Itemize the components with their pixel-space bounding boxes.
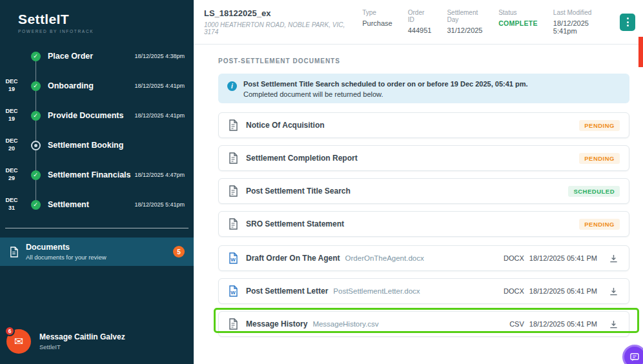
documents-count-badge: 5 [173,246,185,258]
file-modified: 18/12/2025 05:41 PM [529,287,597,295]
timeline-step-label: Settlement Booking [48,141,185,150]
download-button[interactable] [607,285,620,298]
documents-panel-title: Documents [26,243,107,252]
matter-id: LS_18122025_ex [204,8,345,18]
scrollbar-thumb[interactable] [638,37,643,67]
document-row-sro-settlement-statement: SRO Settlement Statement PENDING [218,211,629,237]
download-button[interactable] [607,318,620,330]
timeline-step-label: Settlement [48,200,134,209]
document-name: Post Settlement Title Search [246,187,351,196]
message-user-label: Message Caitlin Galvez [39,332,125,341]
meta-value-order-id: 444951 [408,26,432,34]
meta-label-order-id: Order ID [408,9,432,23]
document-name: Settlement Completion Report [246,154,358,163]
sidebar: SettleIT POWERED BY INFOTRACK Place Orde… [0,0,194,364]
check-circle-icon [31,111,41,121]
timeline-step-time: 18/12/2025 4:41pm [134,112,194,119]
timeline-step-time: 18/12/2025 4:38pm [134,53,194,59]
timeline-step-settlement-financials[interactable]: DEC 29 Settlement Financials 18/12/2025 … [0,160,194,190]
envelope-avatar-icon: 6 [6,329,31,354]
highlighted-row-wrapper: Message History MessageHistory.csv CSV 1… [218,311,629,337]
generic-doc-icon [228,152,238,164]
document-row-notice-of-acquisition: Notice Of Acquisition PENDING [218,112,629,138]
meta-value-last-modified: 18/12/2025 5:41pm [553,19,603,35]
file-link[interactable]: MessageHistory.csv [312,320,378,328]
info-icon [227,81,237,91]
svg-text:W: W [230,290,236,296]
status-badge: COMPLETE [498,19,538,27]
chat-widget-button[interactable] [622,345,643,364]
document-name: SRO Settlement Statement [246,219,344,228]
main-panel: LS_18122025_ex 1000 HEATHERTON ROAD, NOB… [194,0,643,364]
brand-name: SettleIT [18,12,194,27]
file-type: DOCX [504,287,524,295]
matter-address: 1000 HEATHERTON ROAD, NOBLE PARK, VIC, 3… [204,21,345,35]
timeline-step-label: Place Order [48,52,134,61]
unread-messages-badge: 6 [5,326,15,336]
word-doc-icon: W [228,285,238,297]
timeline-step-time: 18/12/2025 5:41pm [134,201,194,208]
timeline-step-time: 18/12/2025 4:47pm [134,172,194,178]
post-settlement-section: POST-SETTLEMENT DOCUMENTS Post Settlemen… [194,45,643,337]
file-link[interactable]: PostSettlementLetter.docx [333,287,420,295]
file-row-draft-order-on-the-agent[interactable]: W Draft Order On The Agent OrderOnTheAge… [218,245,629,271]
meta-value-type: Purchase [362,19,392,27]
timeline-date: DEC 19 [0,108,23,123]
app-logo: SettleIT POWERED BY INFOTRACK [0,0,194,34]
timeline-step-label: Provide Documents [48,111,134,120]
timeline-date: DEC 20 [0,137,23,152]
meta-label-last-modified: Last Modified [553,9,603,16]
timeline-step-settlement[interactable]: DEC 31 Settlement 18/12/2025 5:41pm [0,190,194,219]
generic-doc-icon [228,119,238,131]
messages-button[interactable]: 6 Message Caitlin Galvez SettleIT [6,329,125,354]
current-step-icon [31,141,41,150]
generic-doc-icon [228,185,238,197]
timeline-step-label: Onboarding [48,81,134,90]
timeline-step-time: 18/12/2025 4:41pm [134,83,194,89]
documents-panel-button[interactable]: Documents All documents for your review … [0,238,194,266]
document-name: Message History [246,319,307,329]
sidebar-divider [5,228,189,228]
banner-text-primary: Post Settlement Title Search scheduled t… [243,80,528,88]
download-button[interactable] [607,252,620,265]
file-link[interactable]: OrderOnTheAgent.docx [345,254,424,262]
generic-doc-icon [228,218,238,230]
banner-text-secondary: Completed document will be returned belo… [243,90,528,99]
document-name: Draft Order On The Agent [246,254,340,263]
document-name: Post Settlement Letter [246,287,328,296]
brand-tagline: POWERED BY INFOTRACK [18,29,194,34]
meta-label-status: Status [498,9,538,16]
status-badge-pending: PENDING [579,219,620,230]
file-type: DOCX [504,254,524,262]
file-row-message-history[interactable]: Message History MessageHistory.csv CSV 1… [218,311,629,337]
matter-meta: Type Purchase Order ID 444951 Settlement… [362,9,603,35]
file-modified: 18/12/2025 05:41 PM [529,320,597,328]
file-type: CSV [509,320,524,328]
matter-header: LS_18122025_ex 1000 HEATHERTON ROAD, NOB… [194,0,643,45]
timeline-step-place-order[interactable]: Place Order 18/12/2025 4:38pm [0,41,194,71]
check-circle-icon [31,200,41,210]
kebab-menu-button[interactable] [620,14,635,31]
message-app-label: SettleIT [39,343,125,350]
check-circle-icon [31,81,41,91]
status-badge-pending: PENDING [579,153,620,164]
meta-label-type: Type [362,9,392,16]
status-badge-scheduled: SCHEDULED [568,186,620,197]
timeline-step-onboarding[interactable]: DEC 19 Onboarding 18/12/2025 4:41pm [0,71,194,101]
meta-label-settlement-day: Settlement Day [447,9,483,23]
generic-doc-icon [228,318,238,330]
file-modified: 18/12/2025 05:41 PM [529,254,597,262]
check-circle-icon [31,52,41,61]
info-banner: Post Settlement Title Search scheduled t… [218,74,629,103]
meta-value-settlement-day: 31/12/2025 [447,26,483,34]
timeline-date: DEC 19 [0,78,23,93]
downloadable-documents: W Draft Order On The Agent OrderOnTheAge… [218,245,629,337]
timeline-step-label: Settlement Financials [48,170,134,179]
timeline-date: DEC 29 [0,167,23,182]
document-row-settlement-completion-report: Settlement Completion Report PENDING [218,145,629,171]
documents-icon [9,247,19,258]
status-badge-pending: PENDING [579,120,620,131]
timeline-step-settlement-booking[interactable]: DEC 20 Settlement Booking [0,130,194,160]
timeline-step-provide-documents[interactable]: DEC 19 Provide Documents 18/12/2025 4:41… [0,101,194,130]
file-row-post-settlement-letter[interactable]: W Post Settlement Letter PostSettlementL… [218,278,629,304]
